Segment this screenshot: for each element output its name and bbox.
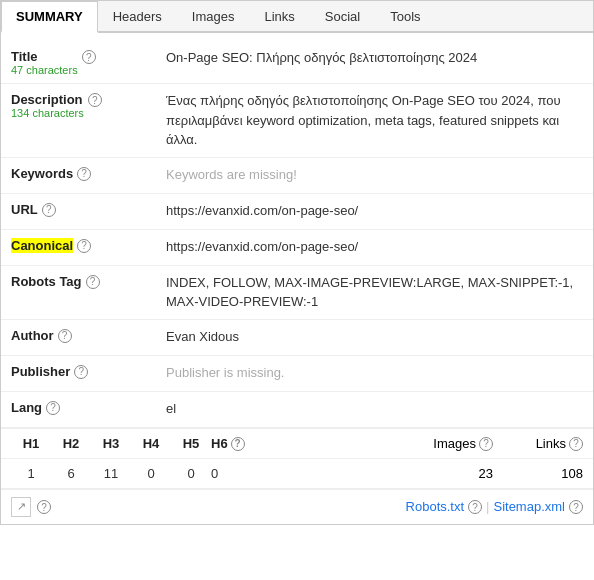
url-label-col: URL ?: [11, 201, 166, 217]
links-value: 108: [493, 466, 583, 481]
publisher-label: Publisher: [11, 364, 70, 379]
canonical-label-col: Canonical ?: [11, 237, 166, 253]
title-char-count: 47 characters: [11, 64, 78, 76]
robots-txt-link[interactable]: Robots.txt: [406, 499, 465, 514]
robots-tag-label: Robots Tag: [11, 274, 82, 289]
canonical-label: Canonical: [11, 238, 73, 253]
url-value: https://evanxid.com/on-page-seo/: [166, 201, 583, 221]
h6-value: 0: [211, 466, 271, 481]
keywords-row: Keywords ? Keywords are missing!: [1, 158, 593, 194]
publisher-value: Publisher is missing.: [166, 363, 583, 383]
publisher-label-col: Publisher ?: [11, 363, 166, 379]
summary-content: Title 47 characters ? On-Page SEO: Πλήρη…: [1, 33, 593, 524]
title-value: On-Page SEO: Πλήρης οδηγός βελτιστοποίησ…: [166, 48, 583, 68]
h5-value: 0: [171, 466, 211, 481]
canonical-help-icon[interactable]: ?: [77, 239, 91, 253]
author-label-col: Author ?: [11, 327, 166, 343]
h6-help-icon[interactable]: ?: [231, 437, 245, 451]
publisher-row: Publisher ? Publisher is missing.: [1, 356, 593, 392]
tab-headers[interactable]: Headers: [98, 1, 177, 31]
h4-header: H4: [131, 436, 171, 451]
tab-tools[interactable]: Tools: [375, 1, 435, 31]
seo-panel: SUMMARY Headers Images Links Social Tool…: [0, 0, 594, 525]
h5-header: H5: [171, 436, 211, 451]
keywords-label: Keywords: [11, 166, 73, 181]
robots-tag-row: Robots Tag ? INDEX, FOLLOW, MAX-IMAGE-PR…: [1, 266, 593, 320]
title-label-col: Title 47 characters ?: [11, 48, 166, 76]
headers-values: 1 6 11 0 0 0 23 108: [11, 466, 583, 481]
sitemap-help-icon[interactable]: ?: [569, 500, 583, 514]
robots-tag-help-icon[interactable]: ?: [86, 275, 100, 289]
h1-value: 1: [11, 466, 51, 481]
links-header: Links ?: [493, 436, 583, 451]
tab-summary[interactable]: SUMMARY: [1, 1, 98, 33]
url-help-icon[interactable]: ?: [42, 203, 56, 217]
robots-tag-label-col: Robots Tag ?: [11, 273, 166, 289]
title-row: Title 47 characters ? On-Page SEO: Πλήρη…: [1, 41, 593, 84]
publisher-help-icon[interactable]: ?: [74, 365, 88, 379]
links-help-icon[interactable]: ?: [569, 437, 583, 451]
author-label: Author: [11, 328, 54, 343]
robots-txt-help-icon[interactable]: ?: [468, 500, 482, 514]
footer-help-icon[interactable]: ?: [37, 500, 51, 514]
tab-social[interactable]: Social: [310, 1, 375, 31]
url-label: URL: [11, 202, 38, 217]
author-row: Author ? Evan Xidous: [1, 320, 593, 356]
lang-label-col: Lang ?: [11, 399, 166, 415]
headers-value-row: 1 6 11 0 0 0 23 108: [1, 459, 593, 489]
headers-label-row: H1 H2 H3 H4 H5 H6 ? Images ? Links ?: [1, 428, 593, 459]
footer-icon: ↗: [11, 497, 31, 517]
lang-label: Lang: [11, 400, 42, 415]
footer-row: ↗ ? Robots.txt ? | Sitemap.xml ?: [1, 489, 593, 524]
h4-value: 0: [131, 466, 171, 481]
h2-value: 6: [51, 466, 91, 481]
lang-help-icon[interactable]: ?: [46, 401, 60, 415]
description-label: Description: [11, 92, 84, 107]
description-label-col: Description 134 characters ?: [11, 91, 166, 119]
h1-header: H1: [11, 436, 51, 451]
images-value: 23: [271, 466, 493, 481]
canonical-value: https://evanxid.com/on-page-seo/: [166, 237, 583, 257]
h2-header: H2: [51, 436, 91, 451]
title-label: Title: [11, 49, 78, 64]
images-header: Images ?: [271, 436, 493, 451]
export-icon: ↗: [17, 500, 26, 513]
lang-value: el: [166, 399, 583, 419]
h6-header: H6 ?: [211, 436, 271, 451]
keywords-value: Keywords are missing!: [166, 165, 583, 185]
url-row: URL ? https://evanxid.com/on-page-seo/: [1, 194, 593, 230]
headers-labels: H1 H2 H3 H4 H5 H6 ? Images ? Links ?: [11, 436, 583, 451]
keywords-label-col: Keywords ?: [11, 165, 166, 181]
images-help-icon[interactable]: ?: [479, 437, 493, 451]
tab-bar: SUMMARY Headers Images Links Social Tool…: [1, 1, 593, 33]
robots-tag-value: INDEX, FOLLOW, MAX-IMAGE-PREVIEW:LARGE, …: [166, 273, 583, 312]
author-help-icon[interactable]: ?: [58, 329, 72, 343]
lang-row: Lang ? el: [1, 392, 593, 428]
title-help-icon[interactable]: ?: [82, 50, 96, 64]
tab-links[interactable]: Links: [249, 1, 309, 31]
keywords-help-icon[interactable]: ?: [77, 167, 91, 181]
author-value: Evan Xidous: [166, 327, 583, 347]
tab-images[interactable]: Images: [177, 1, 250, 31]
sitemap-xml-link[interactable]: Sitemap.xml: [493, 499, 565, 514]
description-row: Description 134 characters ? Ένας πλήρης…: [1, 84, 593, 158]
description-help-icon[interactable]: ?: [88, 93, 102, 107]
h3-header: H3: [91, 436, 131, 451]
canonical-row: Canonical ? https://evanxid.com/on-page-…: [1, 230, 593, 266]
description-char-count: 134 characters: [11, 107, 84, 119]
description-value: Ένας πλήρης οδηγός βελτιστοποίησης On-Pa…: [166, 91, 583, 150]
h3-value: 11: [91, 466, 131, 481]
footer-separator: |: [486, 499, 489, 514]
footer-links: Robots.txt ? | Sitemap.xml ?: [57, 499, 583, 514]
